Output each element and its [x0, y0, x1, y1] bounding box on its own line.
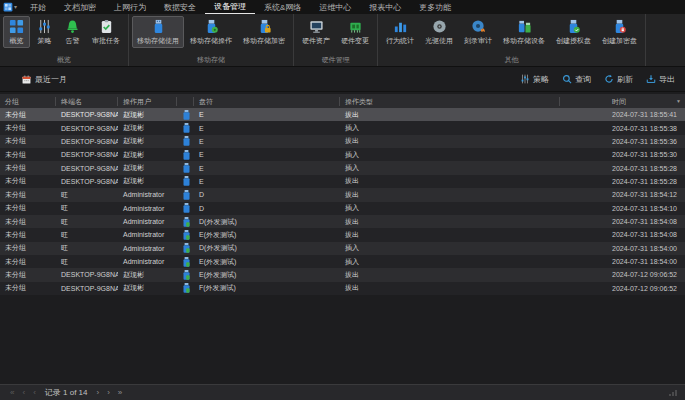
cell-drive: E [194, 151, 340, 158]
cell-terminal: DESKTOP-9G8NA80 [56, 178, 118, 185]
menu-item-6[interactable]: 运维中心 [310, 1, 360, 14]
ribbon-item-grid[interactable]: 概览 [3, 16, 30, 48]
menu-item-7[interactable]: 报表中心 [360, 1, 410, 14]
ribbon-item-label: 硬件变更 [341, 36, 369, 46]
table-row[interactable]: 未分组DESKTOP-9G8NA80赵现彬E拔出2024-07-31 18:55… [0, 135, 685, 148]
column-header-label: 时间 [565, 97, 626, 106]
table-row[interactable]: 未分组旺AdministratorE(外发测试)拔出2024-07-31 18:… [0, 228, 685, 241]
usb-row-green-icon [183, 243, 190, 253]
usb-icon [150, 19, 167, 34]
cell-group: 未分组 [0, 110, 56, 120]
table-row[interactable]: 未分组旺AdministratorD拔出2024-07-31 18:54:12 [0, 188, 685, 201]
ribbon-item-chip[interactable]: 硬件变更 [336, 16, 374, 48]
table-row[interactable]: 未分组旺AdministratorD(外发测试)插入2024-07-31 18:… [0, 242, 685, 255]
table-row[interactable]: 未分组DESKTOP-9G8NA80赵现彬F(外发测试)拔出2024-07-12… [0, 282, 685, 295]
cell-drive-icon [177, 176, 194, 186]
table-row[interactable]: 未分组DESKTOP-9G8NA80赵现彬E(外发测试)拔出2024-07-12… [0, 268, 685, 281]
ribbon-item-chart[interactable]: 行为统计 [381, 16, 419, 48]
column-header-label: 操作用户 [123, 97, 151, 106]
cell-time: 2024-07-31 18:55:36 [560, 138, 685, 145]
cell-user: Administrator [118, 191, 177, 198]
first-page-button[interactable]: « [8, 386, 16, 399]
next-record-button[interactable]: › [94, 386, 101, 399]
menu-item-4[interactable]: 设备管理 [205, 0, 255, 14]
column-header-6[interactable]: 时间▼ [560, 97, 685, 106]
cell-operation: 拔出 [340, 110, 560, 120]
toolbar-button-label: 刷新 [617, 74, 633, 85]
cell-user: Administrator [118, 231, 177, 238]
cell-terminal: DESKTOP-9G8NA80 [56, 165, 118, 172]
table-row[interactable]: 未分组旺AdministratorE(外发测试)插入2024-07-31 18:… [0, 255, 685, 268]
ribbon-item-usb[interactable]: 移动存储使用 [132, 16, 184, 48]
cell-user: 赵现彬 [118, 136, 177, 146]
app-menu-button[interactable]: ▾ [3, 2, 17, 12]
last-page-button[interactable]: » [116, 386, 124, 399]
cell-user: 赵现彬 [118, 283, 177, 293]
cell-drive-icon [177, 123, 194, 133]
table-header-row: 分组终端名操作用户盘符操作类型时间▼ [0, 94, 685, 108]
table-row[interactable]: 未分组DESKTOP-9G8NA80赵现彬E插入2024-07-31 18:55… [0, 121, 685, 134]
ribbon-item-usb-lock[interactable]: 移动存储加密 [238, 16, 290, 48]
menu-item-1[interactable]: 文档加密 [55, 1, 105, 14]
disc-icon [431, 19, 448, 34]
ribbon-item-clipboard[interactable]: 审批任务 [87, 16, 125, 48]
column-header-0[interactable]: 分组 [0, 97, 56, 106]
column-header-3[interactable] [177, 97, 194, 106]
menu-item-0[interactable]: 开始 [21, 1, 55, 14]
cell-terminal: 旺 [56, 203, 118, 213]
menu-item-2[interactable]: 上网行为 [105, 1, 155, 14]
column-header-4[interactable]: 盘符 [194, 97, 340, 106]
menu-item-5[interactable]: 系统&网络 [255, 1, 310, 14]
table-row[interactable]: 未分组DESKTOP-9G8NA80赵现彬E插入2024-07-31 18:55… [0, 161, 685, 174]
usb-row-blue-icon [183, 136, 190, 146]
date-range-filter[interactable]: 最近一月 [22, 74, 67, 85]
cell-operation: 拔出 [340, 230, 560, 240]
menu-item-3[interactable]: 数据安全 [155, 1, 205, 14]
ribbon-item-usb-auth[interactable]: 创建授权盘 [551, 16, 596, 48]
cell-operation: 插入 [340, 203, 560, 213]
ribbon-item-label: 光驱使用 [425, 36, 453, 46]
ribbon-item-label: 概览 [10, 36, 24, 46]
table-row[interactable]: 未分组DESKTOP-9G8NA80赵现彬E插入2024-07-31 18:55… [0, 148, 685, 161]
cell-user: 赵现彬 [118, 163, 177, 173]
cell-time: 2024-07-31 18:55:28 [560, 165, 685, 172]
cell-drive: E(外发测试) [194, 257, 340, 267]
cell-drive: E(外发测试) [194, 270, 340, 280]
ribbon-item-sliders[interactable]: 策略 [31, 16, 58, 48]
usb-row-green-icon [183, 217, 190, 227]
cell-group: 未分组 [0, 136, 56, 146]
toolbar-button-export[interactable]: 导出 [646, 74, 675, 85]
ribbon-group-caption: 其他 [378, 53, 645, 66]
cell-group: 未分组 [0, 257, 56, 267]
toolbar-button-refresh[interactable]: 刷新 [604, 74, 633, 85]
table-row[interactable]: 未分组DESKTOP-9G8NA80赵现彬E拔出2024-07-31 18:55… [0, 108, 685, 121]
ribbon-item-bell[interactable]: 告警 [59, 16, 86, 48]
usb-row-green-icon [183, 230, 190, 240]
next-page-button[interactable]: › [105, 386, 112, 399]
ribbon-item-monitor[interactable]: 硬件资产 [297, 16, 335, 48]
toolbar-button-sliders-sm[interactable]: 策略 [520, 74, 549, 85]
cell-time: 2024-07-31 18:54:12 [560, 191, 685, 198]
ribbon-item-usb-encrypt[interactable]: 创建加密盘 [597, 16, 642, 48]
cell-group: 未分组 [0, 283, 56, 293]
table-row[interactable]: 未分组旺AdministratorD(外发测试)拔出2024-07-31 18:… [0, 215, 685, 228]
ribbon-item-disc[interactable]: 光驱使用 [420, 16, 458, 48]
cell-operation: 插入 [340, 150, 560, 160]
prev-record-button[interactable]: ‹ [31, 386, 38, 399]
prev-page-button[interactable]: ‹ [20, 386, 27, 399]
cell-operation: 插入 [340, 123, 560, 133]
ribbon-item-disc-burn[interactable]: 刻录审计 [459, 16, 497, 48]
ribbon: 概览策略告警审批任务概览移动存储使用移动存储操作移动存储加密移动存储硬件资产硬件… [0, 14, 685, 67]
table-row[interactable]: 未分组旺AdministratorD插入2024-07-31 18:54:10 [0, 202, 685, 215]
column-header-5[interactable]: 操作类型 [340, 97, 560, 106]
ribbon-item-usb-gear[interactable]: 移动存储操作 [185, 16, 237, 48]
column-header-2[interactable]: 操作用户 [118, 97, 177, 106]
cell-terminal: DESKTOP-9G8NA80 [56, 151, 118, 158]
toolbar-button-search[interactable]: 查询 [562, 74, 591, 85]
cell-operation: 拔出 [340, 217, 560, 227]
cell-drive-icon [177, 230, 194, 240]
column-header-1[interactable]: 终端名 [56, 97, 118, 106]
ribbon-item-usb-devices[interactable]: 移动存储设备 [498, 16, 550, 48]
table-row[interactable]: 未分组DESKTOP-9G8NA80赵现彬E拔出2024-07-31 18:55… [0, 175, 685, 188]
menu-item-8[interactable]: 更多功能 [410, 1, 460, 14]
